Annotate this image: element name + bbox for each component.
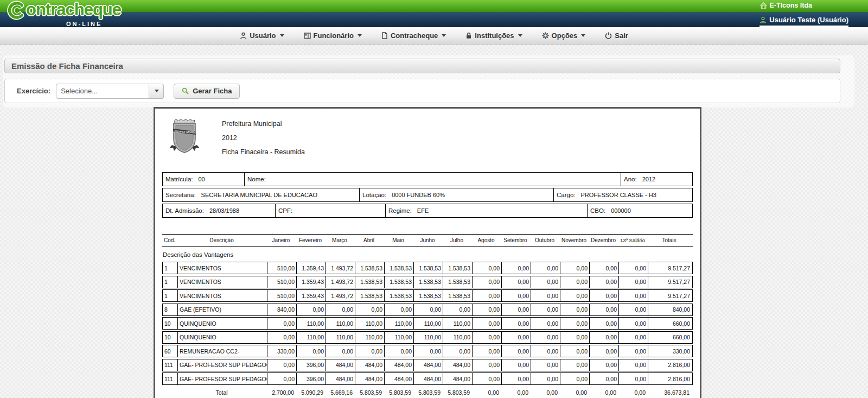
- info-label: Ano:: [624, 176, 637, 182]
- info-cell: Secretaria:SECRETARIA MUNICIPAL DE EDUCA…: [163, 188, 359, 201]
- amount-cell: 484,00: [326, 359, 355, 371]
- main-navbar: Usuário Funcionário Contracheque: [0, 27, 868, 45]
- amount-cell: 0,00: [472, 345, 501, 357]
- nav-opcoes[interactable]: Opções: [542, 31, 586, 40]
- amount-cell: 0,00: [501, 276, 531, 288]
- amount-cell: 660,00: [648, 332, 692, 343]
- amount-cell: 0,00: [589, 290, 618, 301]
- info-label: CBO:: [590, 207, 605, 214]
- amount-cell: 0,00: [501, 345, 531, 357]
- exercicio-select-arrow[interactable]: [149, 84, 164, 99]
- desc-cell: GAE- PROFESOR SUP PEDAGOG: [177, 359, 267, 371]
- column-header: Descrição: [177, 237, 266, 243]
- amount-cell: 0,00: [267, 332, 296, 343]
- amount-cell: 0,00: [326, 304, 355, 315]
- amount-cell: 0,00: [413, 345, 443, 357]
- doc-year: 2012: [222, 131, 305, 145]
- logo-title: ontracheque: [26, 1, 121, 19]
- nav-instituicoes[interactable]: Instituições: [465, 31, 522, 40]
- amount-cell: 0,00: [589, 262, 618, 274]
- amount-cell: 9.517,27: [648, 262, 692, 274]
- column-header: Dezembro: [589, 237, 618, 243]
- amount-cell: 110,00: [296, 318, 326, 329]
- column-header: Fevereiro: [296, 237, 325, 243]
- amount-cell: 0,00: [560, 290, 589, 301]
- amount-cell: 0,00: [384, 345, 413, 357]
- amount-cell: 484,00: [413, 359, 443, 371]
- ficha-row: 10QUINQUENIO0,00110,00110,00110,00110,00…: [162, 317, 693, 330]
- nav-sair[interactable]: Sair: [605, 31, 628, 40]
- column-header: Cod.: [162, 237, 177, 243]
- amount-cell: 1.359,43: [296, 262, 326, 274]
- ficha-row: 1VENCIMENTOS510,001.359,431.493,721.538,…: [162, 289, 693, 302]
- nav-contracheque[interactable]: Contracheque: [381, 31, 446, 40]
- amount-cell: 0,00: [501, 262, 531, 274]
- amount-cell: 0,00: [589, 345, 618, 357]
- amount-cell: 0,00: [589, 332, 618, 343]
- amount-cell: 484,00: [355, 373, 384, 384]
- ficha-row: 60REMUNERACAO CC2-330,000,000,000,000,00…: [162, 345, 693, 357]
- info-label: Dt. Admissão:: [165, 207, 204, 214]
- info-value: 0000 FUNDEB 60%: [392, 192, 445, 198]
- chevron-down-icon: [280, 34, 284, 37]
- amount-cell: 110,00: [443, 318, 472, 329]
- amount-cell: 2.816,00: [648, 373, 692, 384]
- amount-cell: 110,00: [384, 318, 413, 329]
- amount-cell: 0,00: [618, 332, 648, 343]
- amount-cell: 484,00: [413, 373, 443, 384]
- nav-funcionario[interactable]: Funcionário: [304, 31, 362, 40]
- ficha-row: 1VENCIMENTOS510,001.359,431.493,721.538,…: [162, 276, 693, 288]
- amount-cell: 0,00: [501, 359, 531, 371]
- column-header: Junho: [413, 237, 442, 243]
- amount-cell: 484,00: [384, 373, 413, 384]
- amount-cell: 1.538,53: [384, 290, 413, 301]
- gerar-ficha-button[interactable]: Gerar Ficha: [174, 84, 240, 99]
- amount-cell: 0,00: [618, 318, 648, 329]
- desc-cell: QUINQUENIO: [177, 318, 267, 329]
- total-amount-cell: 2.700,00: [266, 389, 296, 396]
- amount-cell: 0,00: [560, 276, 589, 288]
- chevron-down-icon: [518, 34, 522, 37]
- amount-cell: 0,00: [531, 332, 560, 343]
- amount-cell: 396,00: [296, 359, 326, 371]
- total-amount-cell: 0,00: [471, 389, 501, 396]
- nav-funcionario-label: Funcionário: [314, 31, 354, 40]
- amount-cell: 0,00: [618, 290, 648, 301]
- info-row: Dt. Admissão:28/03/1988CPF:Regime:EFECBO…: [162, 204, 693, 218]
- amount-cell: 0,00: [589, 373, 618, 384]
- app-logo[interactable]: ontracheque ON-LINE: [5, 1, 130, 27]
- exercicio-select[interactable]: Selecione...: [56, 84, 164, 99]
- total-amount-cell: 36.673,81: [647, 389, 691, 396]
- amount-cell: 1.538,53: [355, 290, 384, 301]
- amount-cell: 396,00: [296, 373, 326, 384]
- amount-cell: 2.816,00: [648, 359, 692, 371]
- gerar-ficha-label: Gerar Ficha: [193, 87, 232, 95]
- column-header: Abril: [354, 237, 384, 243]
- desc-cell: VENCIMENTOS: [177, 290, 267, 301]
- nav-usuario[interactable]: Usuário: [240, 31, 284, 40]
- amount-cell: 9.517,27: [648, 290, 692, 301]
- amount-cell: 1.538,53: [355, 276, 384, 288]
- column-header: Julho: [442, 237, 471, 243]
- gear-icon: [542, 32, 549, 39]
- amount-cell: 110,00: [355, 318, 384, 329]
- info-row: Matrícula:00Nome:Ano:2012: [162, 172, 693, 186]
- amount-cell: 110,00: [296, 332, 326, 343]
- nav-sair-label: Sair: [615, 31, 628, 40]
- city-crest-icon: Empresa Modelo: [169, 117, 200, 155]
- amount-cell: 0,00: [443, 304, 472, 315]
- amount-cell: 0,00: [267, 359, 296, 371]
- amount-cell: 110,00: [413, 318, 443, 329]
- company-link[interactable]: E-TIcons ltda: [760, 2, 812, 9]
- amount-cell: 110,00: [413, 332, 443, 343]
- cod-cell: 8: [163, 304, 177, 315]
- amount-cell: 110,00: [355, 332, 384, 343]
- info-row: Secretaria:SECRETARIA MUNICIPAL DE EDUCA…: [162, 188, 693, 202]
- cod-cell: 10: [163, 332, 177, 343]
- user-menu[interactable]: Usuário Teste (Usuário): [760, 16, 848, 27]
- amount-cell: 0,00: [355, 304, 384, 315]
- doc-info-grid: Matrícula:00Nome:Ano:2012Secretaria:SECR…: [162, 172, 693, 218]
- desc-cell: QUINQUENIO: [177, 332, 267, 343]
- exercicio-select-value[interactable]: Selecione...: [56, 84, 149, 99]
- amount-cell: 0,00: [618, 262, 648, 274]
